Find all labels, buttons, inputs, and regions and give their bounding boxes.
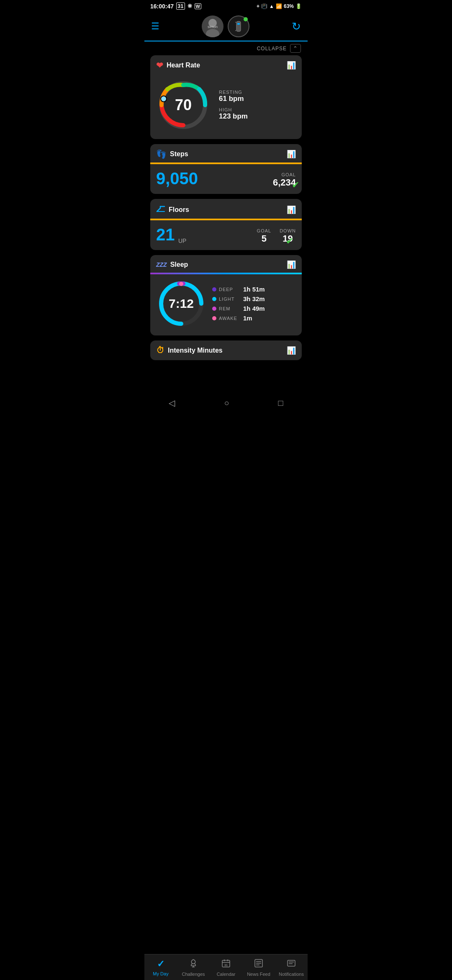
steps-chart-icon[interactable]: 📊 <box>287 150 296 159</box>
sleep-light-row: LIGHT 3h 32m <box>212 295 265 302</box>
system-nav: ◁ ○ □ <box>144 394 308 441</box>
floors-card: Floors 📊 21 UP GOAL 5 DOWN 19 ✔ <box>150 199 302 250</box>
steps-goal-label: GOAL <box>273 172 296 177</box>
sleep-rem-label: REM <box>219 306 241 311</box>
sleep-chart-icon[interactable]: 📊 <box>287 260 296 269</box>
user-avatar[interactable]: simon <box>202 15 223 37</box>
battery-label: 63% <box>284 3 294 9</box>
sleep-header: ZZZ Sleep 📊 <box>150 255 302 273</box>
floors-body: 21 UP GOAL 5 DOWN 19 ✔ <box>150 220 302 250</box>
main-content: ❤ Heart Rate 📊 <box>144 55 308 394</box>
svg-rect-4 <box>236 21 241 31</box>
home-button[interactable]: ○ <box>224 398 229 408</box>
steps-header: 👣 Steps 📊 <box>150 144 302 162</box>
top-nav: ☰ simon ↻ <box>144 12 308 41</box>
floors-goal-value: 5 <box>257 233 272 244</box>
floors-goal-label: GOAL <box>257 228 272 233</box>
floors-up-label: UP <box>178 237 186 244</box>
collapse-label: COLLAPSE <box>257 46 287 52</box>
heart-rate-chart-icon[interactable]: 📊 <box>287 61 296 70</box>
sleep-light-dot <box>212 297 216 301</box>
sleep-value: 7:12 <box>169 297 194 311</box>
sleep-deep-dot <box>212 287 216 291</box>
svg-point-9 <box>161 96 167 102</box>
sleep-rem-value: 1h 49m <box>243 305 265 312</box>
calendar-icon: 31 <box>176 3 185 10</box>
sleep-card: ZZZ Sleep 📊 7:12 <box>150 255 302 335</box>
sleep-title: Sleep <box>170 261 188 268</box>
sleep-deep-row: DEEP 1h 51m <box>212 286 265 293</box>
intensity-title: Intensity Minutes <box>168 347 223 354</box>
sleep-title-group: ZZZ Sleep <box>156 261 188 268</box>
sleep-dial: 7:12 <box>156 279 206 329</box>
heart-rate-dial: 70 <box>156 78 211 132</box>
sleep-light-value: 3h 32m <box>243 295 265 302</box>
hr-high-label: HIGH <box>219 107 248 112</box>
floors-title: Floors <box>169 206 189 214</box>
device-widget[interactable] <box>228 15 249 37</box>
heart-rate-stats: RESTING 61 bpm HIGH 123 bpm <box>219 90 248 121</box>
status-bar: 16:00:47 31 ❊ W + 📳 ▲ 📶 63% 🔋 <box>144 0 308 12</box>
floors-down-label: DOWN <box>280 228 296 233</box>
floors-value-group: 21 UP <box>156 225 186 244</box>
intensity-icon: ⏱ <box>156 346 164 355</box>
status-time: 16:00:47 <box>150 3 174 10</box>
w-icon: W <box>195 3 201 9</box>
heart-icon: ❤ <box>156 60 163 70</box>
svg-line-10 <box>157 208 160 211</box>
sleep-body: 7:12 DEEP 1h 51m LIGHT 3h 32m REM 1h 49m <box>150 274 302 335</box>
intensity-chart-icon[interactable]: 📊 <box>287 346 296 355</box>
sleep-awake-label: AWAKE <box>219 316 241 321</box>
svg-text:simon: simon <box>208 25 218 29</box>
floors-achieved-icon: ✔ <box>286 236 293 247</box>
floors-icon <box>156 204 165 215</box>
steps-value: 9,050 <box>156 169 198 188</box>
sleep-deep-value: 1h 51m <box>243 286 265 293</box>
sleep-awake-dot <box>212 316 216 320</box>
steps-icon: 👣 <box>156 149 167 159</box>
floors-goal-col: GOAL 5 <box>257 228 272 244</box>
intensity-header: ⏱ Intensity Minutes 📊 <box>150 340 302 360</box>
nav-center: simon <box>202 15 249 37</box>
hr-resting-row: RESTING 61 bpm <box>219 90 248 103</box>
heart-rate-title: Heart Rate <box>167 62 200 69</box>
hr-high-row: HIGH 123 bpm <box>219 107 248 121</box>
phone-icon: 📳 <box>261 3 267 9</box>
bluetooth-icon: + <box>257 3 259 9</box>
signal-icon: 📶 <box>276 3 282 9</box>
collapse-bar: COLLAPSE ⌃ <box>144 41 308 55</box>
heart-rate-card: ❤ Heart Rate 📊 <box>150 55 302 139</box>
hr-high-value: 123 bpm <box>219 112 248 121</box>
wifi-icon: ▲ <box>269 3 274 9</box>
collapse-button[interactable]: ⌃ <box>290 44 301 53</box>
recent-button[interactable]: □ <box>278 398 283 408</box>
battery-icon: 🔋 <box>295 3 302 9</box>
intensity-card: ⏱ Intensity Minutes 📊 <box>150 340 302 360</box>
grid-icon: ❊ <box>187 3 192 9</box>
heart-rate-title-group: ❤ Heart Rate <box>156 60 200 70</box>
sleep-light-label: LIGHT <box>219 297 241 302</box>
floors-title-group: Floors <box>156 204 189 215</box>
intensity-title-group: ⏱ Intensity Minutes <box>156 346 223 355</box>
steps-card: 👣 Steps 📊 9,050 GOAL 6,234 ✔ <box>150 144 302 194</box>
heart-rate-header: ❤ Heart Rate 📊 <box>150 55 302 74</box>
steps-body: 9,050 GOAL 6,234 ✔ <box>150 164 302 194</box>
sleep-deep-label: DEEP <box>219 287 241 292</box>
steps-title-group: 👣 Steps <box>156 149 188 159</box>
sleep-awake-value: 1m <box>243 315 252 322</box>
floors-chart-icon[interactable]: 📊 <box>287 205 296 214</box>
svg-point-15 <box>179 282 183 286</box>
heart-rate-value: 70 <box>175 96 192 114</box>
steps-title: Steps <box>170 150 188 158</box>
hamburger-icon[interactable]: ☰ <box>151 21 159 32</box>
sleep-rem-row: REM 1h 49m <box>212 305 265 312</box>
heart-rate-body: 70 RESTING 61 bpm HIGH 123 bpm <box>150 74 302 139</box>
refresh-button[interactable]: ↻ <box>292 20 301 33</box>
hr-resting-label: RESTING <box>219 90 248 95</box>
sleep-awake-row: AWAKE 1m <box>212 315 265 322</box>
floors-header: Floors 📊 <box>150 199 302 219</box>
sleep-rem-dot <box>212 307 216 311</box>
steps-achieved-icon: ✔ <box>292 180 299 191</box>
device-status-dot <box>244 17 248 21</box>
back-button[interactable]: ◁ <box>169 398 175 408</box>
